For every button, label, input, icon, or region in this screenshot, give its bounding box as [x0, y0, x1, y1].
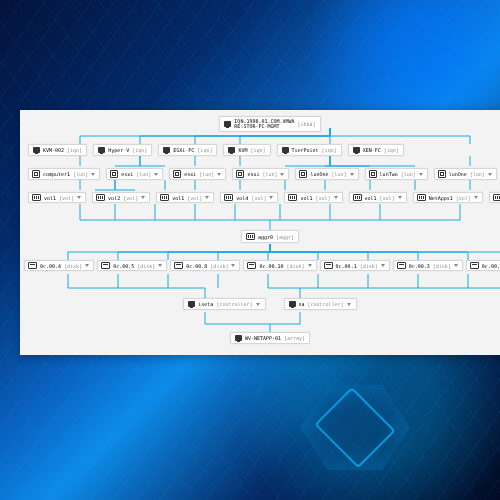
expand-icon[interactable] — [85, 263, 90, 268]
srv-icon — [282, 147, 289, 153]
node-label: esxi — [121, 171, 133, 177]
expand-icon[interactable] — [381, 263, 386, 268]
node-row-disk-5[interactable]: 0c.00.3[disk] — [393, 260, 463, 271]
node-row-vol-0[interactable]: vol1[vol] — [28, 192, 86, 203]
aggr-label: aggr0 — [258, 234, 273, 240]
node-row-iqn-1[interactable]: Hyper-V[iqn] — [93, 144, 152, 156]
node-row-disk-0[interactable]: 0c.00.4[disk] — [24, 260, 94, 271]
node-row-iqn-2[interactable]: ESXi-FC[iqn] — [158, 144, 217, 156]
expand-icon[interactable] — [158, 263, 163, 268]
node-row-vol-4[interactable]: vol1[vol] — [284, 192, 342, 203]
node-row-disk-4[interactable]: 0c.00.1[disk] — [320, 260, 390, 271]
node-row-iqn-4[interactable]: TierPoint[iqn] — [277, 144, 342, 156]
node-row-lun-1[interactable]: esxi[lun] — [106, 168, 163, 180]
disk-icon — [28, 262, 37, 269]
expand-icon[interactable] — [454, 263, 459, 268]
expand-icon[interactable] — [347, 302, 352, 307]
node-row-lun-4[interactable]: lunOne[lun] — [295, 168, 358, 180]
expand-icon[interactable] — [398, 195, 403, 200]
node-row-disk-2[interactable]: 0c.00.8[disk] — [170, 260, 240, 271]
expand-icon[interactable] — [217, 172, 222, 177]
node-label: lunOne — [449, 171, 467, 177]
node-row-vol-3[interactable]: vol4[vol] — [220, 192, 278, 203]
node-row-vol-2[interactable]: vol1[vol] — [156, 192, 214, 203]
node-row-ctrl-1[interactable]: na[controller] — [284, 298, 357, 310]
node-row-disk-6[interactable]: 0c.00.6[disk] — [466, 260, 500, 271]
expand-icon[interactable] — [308, 263, 313, 268]
expand-icon[interactable] — [91, 172, 96, 177]
expand-icon[interactable] — [231, 263, 236, 268]
node-array[interactable]: WV-NETAPP-01 [array] — [230, 332, 310, 344]
node-label: iseta — [198, 301, 213, 307]
expand-icon[interactable] — [269, 195, 274, 200]
node-label: esxi — [247, 171, 259, 177]
node-label: 0c.00.3 — [409, 263, 430, 269]
node-label: 0c.00.6 — [482, 263, 500, 269]
vol-icon — [353, 194, 362, 201]
node-type: [controller] — [308, 301, 344, 307]
node-label: 0c.00.4 — [40, 263, 61, 269]
node-type: [lun] — [199, 171, 214, 177]
vol-icon — [493, 194, 500, 201]
node-row-vol-7[interactable]: NetApps2[vol] — [489, 192, 500, 203]
node-row-vol-5[interactable]: vol1[vol] — [349, 192, 407, 203]
node-row-iqn-3[interactable]: KVM[iqn] — [223, 144, 270, 156]
expand-icon[interactable] — [77, 195, 82, 200]
row-root: IQN.1998.01.COM.VMWA RE:STOR-FC-MGMT [ih… — [20, 116, 500, 132]
row-array: WV-NETAPP-01 [array] — [20, 332, 500, 344]
node-row-disk-1[interactable]: 0c.00.5[disk] — [97, 260, 167, 271]
disk-icon — [324, 262, 333, 269]
node-type: [iqn] — [384, 147, 399, 153]
node-type: [lun] — [73, 171, 88, 177]
node-row-lun-3[interactable]: esxi[lun] — [232, 168, 289, 180]
node-ihba-root[interactable]: IQN.1998.01.COM.VMWA RE:STOR-FC-MGMT [ih… — [219, 116, 320, 132]
expand-icon[interactable] — [334, 195, 339, 200]
node-type: [vol] — [315, 195, 330, 201]
expand-icon[interactable] — [280, 172, 285, 177]
node-row-disk-3[interactable]: 0c.00.10[disk] — [243, 260, 316, 271]
expand-icon[interactable] — [154, 172, 159, 177]
node-type: [lun] — [470, 171, 485, 177]
node-row-iqn-5[interactable]: XEN-FC[iqn] — [348, 144, 404, 156]
node-label: na — [299, 301, 305, 307]
chip-icon — [299, 170, 307, 178]
node-type: [vol] — [456, 195, 471, 201]
node-row-iqn-0[interactable]: KVM-002[iqn] — [28, 144, 87, 156]
node-row-lun-6[interactable]: lunOne[lun] — [434, 168, 497, 180]
node-type: [disk] — [210, 263, 228, 269]
node-label: 0c.00.5 — [113, 263, 134, 269]
node-row-ctrl-0[interactable]: iseta[controller] — [183, 298, 265, 310]
expand-icon[interactable] — [419, 172, 424, 177]
node-label: vol2 — [108, 195, 120, 201]
root-label-2: RE:STOR-FC-MGMT — [234, 124, 294, 129]
expand-icon[interactable] — [141, 195, 146, 200]
aggregate-icon — [246, 233, 255, 240]
array-type: [array] — [284, 335, 305, 341]
node-type: [disk] — [64, 263, 82, 269]
node-label: KVM — [238, 147, 247, 153]
expand-icon[interactable] — [256, 302, 261, 307]
node-label: ESXi-FC — [173, 147, 194, 153]
vol-icon — [417, 194, 426, 201]
expand-icon[interactable] — [488, 172, 493, 177]
node-aggr[interactable]: aggr0 [aggr] — [241, 230, 299, 243]
row-vol: vol1[vol]vol2[vol]vol1[vol]vol4[vol]vol1… — [20, 192, 500, 203]
node-row-lun-5[interactable]: lunTwo[lun] — [365, 168, 428, 180]
node-type: [vol] — [59, 195, 74, 201]
vol-icon — [96, 194, 105, 201]
node-label: NetApps1 — [429, 195, 453, 201]
expand-icon[interactable] — [474, 195, 479, 200]
node-type: [lun] — [136, 171, 151, 177]
node-row-lun-2[interactable]: esxi[lun] — [169, 168, 226, 180]
chip-icon — [236, 170, 244, 178]
node-type: [lun] — [262, 171, 277, 177]
expand-icon[interactable] — [350, 172, 355, 177]
expand-icon[interactable] — [205, 195, 210, 200]
node-label: lunTwo — [380, 171, 398, 177]
node-row-vol-1[interactable]: vol2[vol] — [92, 192, 150, 203]
node-row-vol-6[interactable]: NetApps1[vol] — [413, 192, 483, 203]
vol-icon — [32, 194, 41, 201]
array-label: WV-NETAPP-01 — [245, 335, 281, 341]
srv-icon — [98, 147, 105, 153]
node-row-lun-0[interactable]: computer1[lun] — [28, 168, 100, 180]
